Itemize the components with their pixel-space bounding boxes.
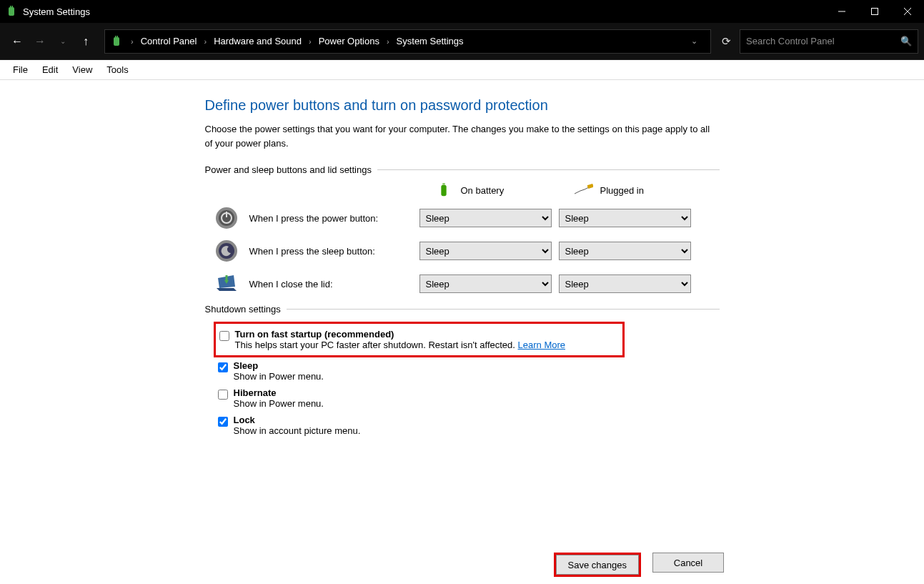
menu-bar: File Edit View Tools <box>0 60 924 80</box>
svg-rect-9 <box>117 36 119 37</box>
content-area: Define power buttons and turn on passwor… <box>0 80 924 439</box>
title-bar: System Settings <box>0 0 924 23</box>
row-power-button: When I press the power button: Sleep Sle… <box>205 205 720 231</box>
highlight-save-button: Save changes <box>554 553 641 577</box>
menu-file[interactable]: File <box>6 64 35 75</box>
section-title-label: Shutdown settings <box>205 304 281 315</box>
row-label: When I press the sleep button: <box>249 246 375 257</box>
svg-rect-8 <box>115 36 116 37</box>
svg-rect-2 <box>12 6 14 7</box>
option-title: Lock <box>234 415 361 425</box>
option-desc: Show in account picture menu. <box>234 425 361 436</box>
recent-dropdown[interactable]: ⌄ <box>53 31 73 51</box>
lock-checkbox[interactable] <box>218 417 228 427</box>
sleep-button-icon <box>214 238 239 264</box>
row-label: When I close the lid: <box>249 279 333 289</box>
row-sleep-button: When I press the sleep button: Sleep Sle… <box>205 238 720 264</box>
svg-rect-11 <box>442 183 445 185</box>
section-shutdown: Shutdown settings <box>205 304 720 315</box>
sleep-checkbox[interactable] <box>218 362 228 372</box>
power-button-battery-select[interactable]: Sleep <box>419 209 552 227</box>
app-icon <box>6 6 17 17</box>
page-description: Choose the power settings that you want … <box>205 122 720 150</box>
svg-rect-0 <box>9 7 14 16</box>
option-desc: Show in Power menu. <box>234 371 324 382</box>
lid-plugged-select[interactable]: Sleep <box>559 274 691 293</box>
sleep-button-plugged-select[interactable]: Sleep <box>559 242 691 260</box>
option-sleep: Sleep Show in Power menu. <box>205 357 720 385</box>
save-button[interactable]: Save changes <box>556 555 639 575</box>
svg-marker-19 <box>217 288 237 291</box>
svg-rect-1 <box>10 6 11 7</box>
chevron-icon: › <box>199 37 211 46</box>
column-battery-label: On battery <box>461 185 505 196</box>
chevron-icon: › <box>126 37 138 46</box>
breadcrumb-item[interactable]: Control Panel <box>138 36 200 46</box>
page-heading: Define power buttons and turn on passwor… <box>205 97 720 114</box>
section-power-sleep: Power and sleep buttons and lid settings <box>205 164 720 175</box>
forward-button[interactable]: → <box>30 31 50 51</box>
highlight-fast-startup: Turn on fast startup (recommended) This … <box>214 322 625 357</box>
close-button[interactable] <box>891 0 924 23</box>
minimize-button[interactable] <box>825 0 858 23</box>
option-lock: Lock Show in account picture menu. <box>205 412 720 439</box>
svg-rect-12 <box>587 184 592 189</box>
control-panel-icon <box>111 36 122 47</box>
search-icon[interactable]: 🔍 <box>900 36 912 46</box>
sleep-button-battery-select[interactable]: Sleep <box>419 242 552 260</box>
menu-tools[interactable]: Tools <box>99 64 135 75</box>
window-title: System Settings <box>23 6 90 17</box>
learn-more-link[interactable]: Learn More <box>518 340 565 350</box>
address-dropdown[interactable]: ⌄ <box>684 36 705 46</box>
breadcrumb-item[interactable]: Hardware and Sound <box>211 36 304 46</box>
svg-rect-10 <box>441 185 446 197</box>
breadcrumb-item[interactable]: Power Options <box>316 36 382 46</box>
option-title: Turn on fast startup (recommended) <box>235 329 566 340</box>
fast-startup-checkbox[interactable] <box>219 331 229 341</box>
svg-rect-4 <box>872 9 878 15</box>
menu-edit[interactable]: Edit <box>35 64 65 75</box>
power-button-plugged-select[interactable]: Sleep <box>559 209 691 227</box>
maximize-button[interactable] <box>858 0 891 23</box>
menu-view[interactable]: View <box>65 64 99 75</box>
breadcrumb-item[interactable]: System Settings <box>394 36 467 46</box>
search-box[interactable]: 🔍 <box>740 29 918 54</box>
row-close-lid: When I close the lid: Sleep Sleep <box>205 271 720 297</box>
search-input[interactable] <box>746 36 900 46</box>
lid-icon <box>214 271 239 297</box>
address-bar[interactable]: › Control Panel › Hardware and Sound › P… <box>104 29 711 54</box>
plug-icon <box>573 182 593 198</box>
section-title-label: Power and sleep buttons and lid settings <box>205 164 372 175</box>
option-hibernate: Hibernate Show in Power menu. <box>205 385 720 412</box>
battery-icon <box>434 182 454 198</box>
option-title: Sleep <box>234 360 324 371</box>
option-desc: This helps start your PC faster after sh… <box>235 340 566 350</box>
hibernate-checkbox[interactable] <box>218 390 228 400</box>
nav-bar: ← → ⌄ ↑ › Control Panel › Hardware and S… <box>0 23 924 60</box>
option-desc: Show in Power menu. <box>234 398 324 409</box>
column-headers: On battery Plugged in <box>205 182 720 198</box>
chevron-icon: › <box>304 37 316 46</box>
option-title: Hibernate <box>234 387 324 398</box>
chevron-icon: › <box>382 37 394 46</box>
lid-battery-select[interactable]: Sleep <box>419 274 552 293</box>
option-fast-startup: Turn on fast startup (recommended) This … <box>218 326 620 353</box>
power-button-icon <box>214 205 239 231</box>
back-button[interactable]: ← <box>7 31 27 51</box>
footer-buttons: Save changes Cancel <box>0 553 924 577</box>
up-button[interactable]: ↑ <box>76 31 96 51</box>
row-label: When I press the power button: <box>249 213 379 224</box>
column-plugged-label: Plugged in <box>600 185 644 196</box>
svg-rect-7 <box>114 37 119 46</box>
refresh-button[interactable]: ⟳ <box>715 35 737 48</box>
cancel-button[interactable]: Cancel <box>652 553 724 573</box>
